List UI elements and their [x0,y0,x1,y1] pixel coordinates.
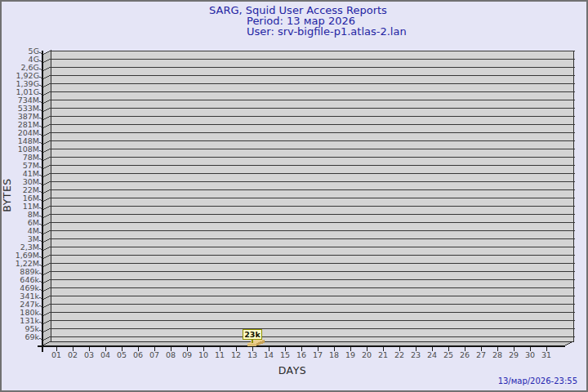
x-tick-label: 11 [215,350,225,359]
x-tick-label: 03 [84,350,94,359]
plot-floor [42,341,573,345]
plot-area: 5G4G2,6G1,92G1,39G1,01G734M533M387M281M2… [16,47,575,360]
y-axis-ticks: 5G4G2,6G1,92G1,39G1,01G734M533M387M281M2… [16,47,42,341]
y-axis-title: BYTES [1,178,13,212]
x-tick-label: 23 [411,350,421,359]
x-tick-label: 31 [541,350,551,359]
x-tick-label: 10 [198,350,208,359]
x-tick-label: 13 [247,350,257,359]
x-tick-label: 06 [133,350,143,359]
y-tick-label: 69k [24,332,39,341]
x-tick-label: 29 [509,350,519,359]
x-tick-label: 24 [427,350,437,359]
x-tick-label: 16 [296,350,306,359]
x-axis-ticks: 0102030405060708091011121314151617181920… [51,346,551,359]
x-tick-label: 26 [460,350,470,359]
report-user: User: srv-bigfile-p1.atlas-2.lan [247,25,407,38]
x-tick-label: 09 [182,350,192,359]
x-tick-label: 08 [166,350,176,359]
plot-backplane [51,51,573,341]
sarg-report-page: SARG, Squid User Access Reports Period: … [0,0,588,392]
x-tick-label: 15 [280,350,290,359]
x-tick-label: 22 [394,350,404,359]
x-tick-label: 04 [100,350,110,359]
x-tick-label: 01 [51,350,61,359]
x-tick-label: 28 [492,350,502,359]
x-tick-label: 20 [362,350,372,359]
value-flag-label: 23k [244,330,261,339]
sarg-chart-canvas: SARG, Squid User Access Reports Period: … [0,0,588,392]
bar-front-face [247,344,256,346]
x-tick-label: 07 [149,350,159,359]
x-tick-label: 25 [443,350,453,359]
x-tick-label: 02 [68,350,78,359]
x-tick-label: 14 [264,350,274,359]
x-axis-title: DAYS [278,364,307,376]
x-tick-label: 17 [313,350,323,359]
report-timestamp: 13/мар/2026-23:55 [498,376,577,385]
x-tick-label: 05 [117,350,127,359]
x-tick-label: 18 [329,350,339,359]
x-tick-label: 19 [345,350,355,359]
x-tick-label: 12 [231,350,241,359]
x-tick-label: 30 [525,350,535,359]
x-tick-label: 21 [378,350,388,359]
x-tick-label: 27 [476,350,486,359]
